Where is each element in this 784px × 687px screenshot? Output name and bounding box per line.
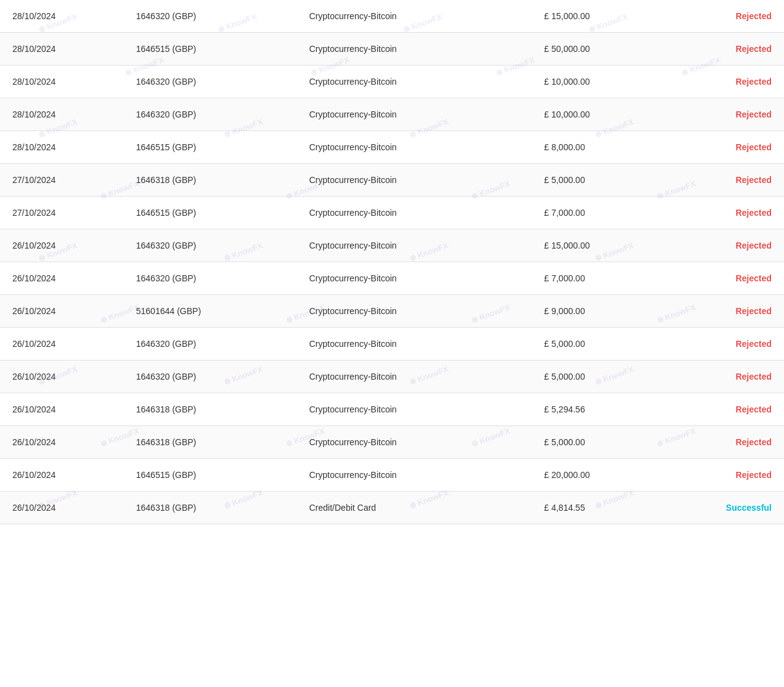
amount-cell: £ 50,000.00 bbox=[532, 33, 668, 66]
status-cell: Rejected bbox=[668, 426, 784, 459]
method-cell: Cryptocurrency-Bitcoin bbox=[297, 262, 532, 295]
account-cell: 1646318 (GBP) bbox=[124, 164, 297, 197]
amount-cell: £ 5,000.00 bbox=[532, 361, 668, 393]
date-cell: 28/10/2024 bbox=[0, 66, 124, 98]
account-cell: 1646515 (GBP) bbox=[124, 131, 297, 164]
status-cell: Rejected bbox=[668, 197, 784, 229]
status-cell: Rejected bbox=[668, 229, 784, 262]
account-cell: 1646320 (GBP) bbox=[124, 98, 297, 131]
status-cell: Rejected bbox=[668, 66, 784, 98]
amount-cell: £ 15,000.00 bbox=[532, 229, 668, 262]
table-row: 26/10/2024 1646320 (GBP) Cryptocurrency-… bbox=[0, 229, 784, 262]
table-row: 28/10/2024 1646515 (GBP) Cryptocurrency-… bbox=[0, 33, 784, 66]
table-row: 26/10/2024 1646318 (GBP) Cryptocurrency-… bbox=[0, 426, 784, 459]
status-cell: Rejected bbox=[668, 328, 784, 361]
date-cell: 28/10/2024 bbox=[0, 131, 124, 164]
amount-cell: £ 7,000.00 bbox=[532, 262, 668, 295]
account-cell: 51601644 (GBP) bbox=[124, 295, 297, 328]
date-cell: 26/10/2024 bbox=[0, 295, 124, 328]
method-cell: Cryptocurrency-Bitcoin bbox=[297, 295, 532, 328]
status-cell: Rejected bbox=[668, 262, 784, 295]
table-row: 28/10/2024 1646515 (GBP) Cryptocurrency-… bbox=[0, 131, 784, 164]
method-cell: Cryptocurrency-Bitcoin bbox=[297, 361, 532, 393]
method-cell: Cryptocurrency-Bitcoin bbox=[297, 229, 532, 262]
date-cell: 26/10/2024 bbox=[0, 262, 124, 295]
table-row: 26/10/2024 51601644 (GBP) Cryptocurrency… bbox=[0, 295, 784, 328]
method-cell: Cryptocurrency-Bitcoin bbox=[297, 426, 532, 459]
date-cell: 26/10/2024 bbox=[0, 393, 124, 426]
table-row: 26/10/2024 1646318 (GBP) Credit/Debit Ca… bbox=[0, 492, 784, 524]
amount-cell: £ 20,000.00 bbox=[532, 459, 668, 492]
method-cell: Cryptocurrency-Bitcoin bbox=[297, 164, 532, 197]
table-row: 27/10/2024 1646515 (GBP) Cryptocurrency-… bbox=[0, 197, 784, 229]
account-cell: 1646320 (GBP) bbox=[124, 0, 297, 33]
status-cell: Rejected bbox=[668, 98, 784, 131]
table-row: 28/10/2024 1646320 (GBP) Cryptocurrency-… bbox=[0, 98, 784, 131]
method-cell: Cryptocurrency-Bitcoin bbox=[297, 131, 532, 164]
date-cell: 26/10/2024 bbox=[0, 328, 124, 361]
amount-cell: £ 15,000.00 bbox=[532, 0, 668, 33]
status-cell: Rejected bbox=[668, 164, 784, 197]
date-cell: 26/10/2024 bbox=[0, 361, 124, 393]
amount-cell: £ 10,000.00 bbox=[532, 98, 668, 131]
account-cell: 1646318 (GBP) bbox=[124, 426, 297, 459]
method-cell: Cryptocurrency-Bitcoin bbox=[297, 328, 532, 361]
account-cell: 1646515 (GBP) bbox=[124, 33, 297, 66]
status-cell: Rejected bbox=[668, 459, 784, 492]
method-cell: Cryptocurrency-Bitcoin bbox=[297, 66, 532, 98]
account-cell: 1646320 (GBP) bbox=[124, 262, 297, 295]
table-row: 26/10/2024 1646320 (GBP) Cryptocurrency-… bbox=[0, 262, 784, 295]
amount-cell: £ 5,000.00 bbox=[532, 164, 668, 197]
status-cell: Rejected bbox=[668, 0, 784, 33]
table-row: 26/10/2024 1646320 (GBP) Cryptocurrency-… bbox=[0, 328, 784, 361]
date-cell: 26/10/2024 bbox=[0, 229, 124, 262]
amount-cell: £ 5,000.00 bbox=[532, 426, 668, 459]
table-row: 26/10/2024 1646318 (GBP) Cryptocurrency-… bbox=[0, 393, 784, 426]
status-cell: Rejected bbox=[668, 33, 784, 66]
account-cell: 1646515 (GBP) bbox=[124, 459, 297, 492]
date-cell: 27/10/2024 bbox=[0, 164, 124, 197]
date-cell: 28/10/2024 bbox=[0, 98, 124, 131]
date-cell: 26/10/2024 bbox=[0, 459, 124, 492]
date-cell: 26/10/2024 bbox=[0, 426, 124, 459]
account-cell: 1646320 (GBP) bbox=[124, 361, 297, 393]
status-cell: Rejected bbox=[668, 361, 784, 393]
method-cell: Cryptocurrency-Bitcoin bbox=[297, 393, 532, 426]
status-cell: Rejected bbox=[668, 131, 784, 164]
account-cell: 1646320 (GBP) bbox=[124, 328, 297, 361]
status-cell: Successful bbox=[668, 492, 784, 524]
date-cell: 26/10/2024 bbox=[0, 492, 124, 524]
account-cell: 1646320 (GBP) bbox=[124, 66, 297, 98]
account-cell: 1646318 (GBP) bbox=[124, 492, 297, 524]
status-cell: Rejected bbox=[668, 393, 784, 426]
date-cell: 27/10/2024 bbox=[0, 197, 124, 229]
method-cell: Credit/Debit Card bbox=[297, 492, 532, 524]
table-row: 27/10/2024 1646318 (GBP) Cryptocurrency-… bbox=[0, 164, 784, 197]
amount-cell: £ 9,000.00 bbox=[532, 295, 668, 328]
amount-cell: £ 5,294.56 bbox=[532, 393, 668, 426]
amount-cell: £ 7,000.00 bbox=[532, 197, 668, 229]
account-cell: 1646320 (GBP) bbox=[124, 229, 297, 262]
table-row: 26/10/2024 1646320 (GBP) Cryptocurrency-… bbox=[0, 361, 784, 393]
table-row: 28/10/2024 1646320 (GBP) Cryptocurrency-… bbox=[0, 0, 784, 33]
status-cell: Rejected bbox=[668, 295, 784, 328]
table-row: 28/10/2024 1646320 (GBP) Cryptocurrency-… bbox=[0, 66, 784, 98]
amount-cell: £ 10,000.00 bbox=[532, 66, 668, 98]
date-cell: 28/10/2024 bbox=[0, 0, 124, 33]
method-cell: Cryptocurrency-Bitcoin bbox=[297, 459, 532, 492]
amount-cell: £ 5,000.00 bbox=[532, 328, 668, 361]
table-row: 26/10/2024 1646515 (GBP) Cryptocurrency-… bbox=[0, 459, 784, 492]
date-cell: 28/10/2024 bbox=[0, 33, 124, 66]
method-cell: Cryptocurrency-Bitcoin bbox=[297, 98, 532, 131]
account-cell: 1646515 (GBP) bbox=[124, 197, 297, 229]
method-cell: Cryptocurrency-Bitcoin bbox=[297, 0, 532, 33]
method-cell: Cryptocurrency-Bitcoin bbox=[297, 33, 532, 66]
transactions-table: 28/10/2024 1646320 (GBP) Cryptocurrency-… bbox=[0, 0, 784, 524]
amount-cell: £ 8,000.00 bbox=[532, 131, 668, 164]
transactions-table-container: ⊛ KnowFX ⊛ KnowFX ⊛ KnowFX ⊛ KnowFX ⊛ Kn… bbox=[0, 0, 784, 524]
amount-cell: £ 4,814.55 bbox=[532, 492, 668, 524]
method-cell: Cryptocurrency-Bitcoin bbox=[297, 197, 532, 229]
account-cell: 1646318 (GBP) bbox=[124, 393, 297, 426]
